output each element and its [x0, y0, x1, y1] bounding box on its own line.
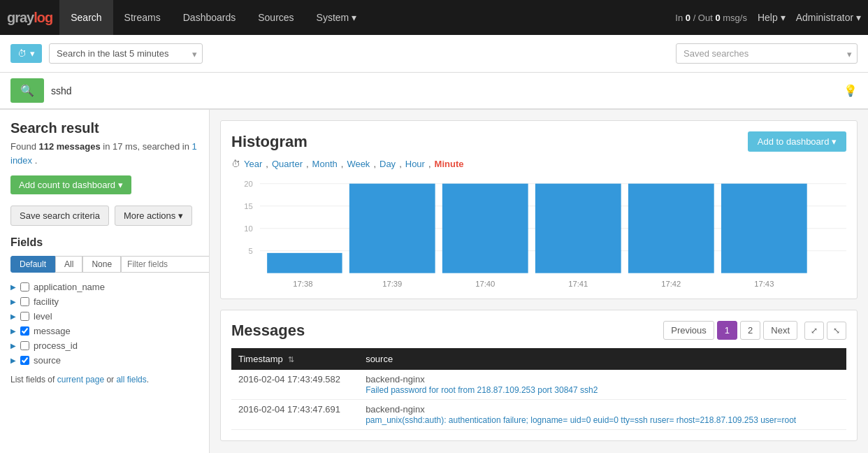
histogram-intervals: ⏱ Year, Quarter, Month, Week, Day, Hour,… — [231, 159, 846, 169]
tab-default[interactable]: Default — [10, 256, 55, 273]
search-icon: 🔍 — [20, 85, 34, 96]
interval-year[interactable]: Year — [244, 159, 262, 169]
checkbox-application_name[interactable] — [20, 282, 29, 292]
checkbox-level[interactable] — [20, 312, 29, 321]
svg-rect-12 — [628, 184, 714, 273]
clock-icon: ⏱ — [17, 48, 27, 59]
svg-text:10: 10 — [244, 224, 253, 233]
field-meta: List fields of current page or all field… — [10, 375, 198, 384]
detail-2: pam_unix(sshd:auth): authentication fail… — [366, 415, 796, 425]
time-select-wrapper: Search in the last 5 minutes — [49, 43, 203, 64]
interval-minute[interactable]: Minute — [435, 159, 464, 169]
source-1: backend-nginx — [366, 374, 425, 384]
field-label-process_id[interactable]: process_id — [34, 340, 78, 351]
field-item-application_name: ▶ application_name — [10, 280, 198, 294]
expand-arrow-facility[interactable]: ▶ — [10, 298, 16, 305]
expand-arrow-level[interactable]: ▶ — [10, 312, 16, 320]
expand-arrow-message[interactable]: ▶ — [10, 327, 16, 335]
logo: graylog — [7, 10, 52, 26]
add-count-button[interactable]: Add count to dashboard ▾ — [10, 175, 131, 194]
saved-searches-wrapper: Saved searches — [676, 43, 858, 64]
collapse-all-button[interactable]: ⤡ — [827, 322, 846, 340]
nav-item-streams[interactable]: Streams — [113, 0, 172, 35]
all-fields-link[interactable]: all fields — [116, 375, 146, 384]
field-filter-input[interactable] — [121, 256, 210, 273]
current-page-link[interactable]: current page — [57, 375, 104, 384]
checkbox-process_id[interactable] — [20, 341, 29, 350]
table-row: 2016-02-04 17:43:47.691 backend-nginx pa… — [231, 400, 846, 430]
fields-tabs: Default All None — [10, 256, 198, 273]
col-timestamp[interactable]: Timestamp ⇅ — [231, 348, 359, 370]
interval-hour[interactable]: Hour — [405, 159, 425, 169]
expand-buttons: ⤢ ⤡ — [804, 322, 846, 340]
table-row: 2016-02-04 17:43:49.582 backend-nginx Fa… — [231, 370, 846, 400]
field-label-message[interactable]: message — [34, 326, 71, 336]
saved-searches-select[interactable]: Saved searches — [676, 43, 858, 64]
interval-week[interactable]: Week — [347, 159, 370, 169]
expand-arrow-process_id[interactable]: ▶ — [10, 342, 16, 350]
histogram-add-dashboard-button[interactable]: Add to dashboard ▾ — [748, 131, 846, 152]
messages-table: Timestamp ⇅ source 2016-02-04 17:43:49.5… — [231, 348, 846, 430]
svg-text:15: 15 — [244, 202, 253, 210]
histogram-header: Histogram Add to dashboard ▾ — [231, 131, 846, 152]
prev-page-button[interactable]: Previous — [663, 321, 714, 340]
next-page-button[interactable]: Next — [763, 321, 797, 340]
expand-all-button[interactable]: ⤢ — [804, 322, 824, 340]
timestamp-2: 2016-02-04 17:43:47.691 — [231, 400, 359, 430]
expand-arrow-application_name[interactable]: ▶ — [10, 283, 16, 291]
time-select[interactable]: Search in the last 5 minutes — [49, 43, 203, 64]
field-item-source: ▶ source — [10, 353, 198, 368]
fields-section: Fields Default All None ▶ application_na… — [10, 236, 198, 384]
navbar: graylog Search Streams Dashboards Source… — [0, 0, 868, 35]
search-hint-icon[interactable]: 💡 — [844, 84, 858, 97]
checkbox-source[interactable] — [20, 356, 29, 365]
clock-icon: ⏱ — [231, 159, 240, 169]
field-label-source[interactable]: source — [34, 355, 61, 366]
main-layout: Search result Found 112 messages in 17 m… — [0, 110, 868, 453]
nav-item-dashboards[interactable]: Dashboards — [172, 0, 247, 35]
histogram-chart: 20 15 10 5 17:38 17:39 — [231, 176, 846, 288]
time-range-button[interactable]: ⏱ ▾ — [10, 44, 42, 63]
histogram-card: Histogram Add to dashboard ▾ ⏱ Year, Qua… — [220, 120, 858, 299]
field-label-facility[interactable]: facility — [34, 296, 59, 307]
nav-item-search[interactable]: Search — [59, 0, 113, 35]
interval-day[interactable]: Day — [379, 159, 396, 169]
messages-title: Messages — [231, 322, 305, 340]
field-label-application_name[interactable]: application_name — [34, 282, 105, 292]
message-1-content: backend-nginx Failed password for root f… — [359, 370, 846, 400]
expand-arrow-source[interactable]: ▶ — [10, 357, 16, 364]
throughput-stat: In 0 / Out 0 msg/s — [675, 13, 747, 23]
interval-quarter[interactable]: Quarter — [272, 159, 303, 169]
checkbox-facility[interactable] — [20, 297, 29, 306]
field-label-level[interactable]: level — [34, 311, 52, 322]
save-search-criteria-button[interactable]: Save search criteria — [10, 206, 109, 226]
field-item-facility: ▶ facility — [10, 294, 198, 309]
tab-all[interactable]: All — [55, 256, 82, 273]
page-1-button[interactable]: 1 — [717, 321, 737, 340]
nav-item-sources[interactable]: Sources — [247, 0, 305, 35]
brand-logo[interactable]: graylog — [7, 10, 52, 26]
main-content: Histogram Add to dashboard ▾ ⏱ Year, Qua… — [210, 110, 868, 453]
help-menu[interactable]: Help ▾ — [758, 12, 786, 23]
histogram-title: Histogram — [231, 133, 308, 151]
messages-card: Messages Previous 1 2 Next ⤢ ⤡ — [220, 310, 858, 441]
page-2-button[interactable]: 2 — [740, 321, 760, 340]
nav-right: In 0 / Out 0 msg/s Help ▾ Administrator … — [675, 12, 861, 23]
more-actions-button[interactable]: More actions ▾ — [115, 206, 192, 226]
result-meta: Found 112 messages in 17 ms, searched in… — [10, 140, 198, 167]
svg-text:17:43: 17:43 — [754, 280, 774, 288]
tab-none[interactable]: None — [82, 256, 121, 273]
interval-month[interactable]: Month — [312, 159, 338, 169]
field-item-message: ▶ message — [10, 324, 198, 338]
search-input[interactable] — [51, 85, 837, 96]
nav-items: Search Streams Dashboards Sources System… — [59, 0, 675, 35]
messages-controls: Previous 1 2 Next ⤢ ⤡ — [663, 321, 846, 340]
detail-1: Failed password for root from 218.87.109… — [366, 385, 598, 395]
svg-text:17:41: 17:41 — [568, 280, 588, 288]
search-button[interactable]: 🔍 — [10, 78, 44, 103]
svg-rect-8 — [267, 253, 342, 273]
nav-item-system[interactable]: System ▾ — [305, 0, 368, 35]
sort-icon-timestamp: ⇅ — [288, 355, 294, 364]
checkbox-message[interactable] — [20, 326, 29, 336]
admin-menu[interactable]: Administrator ▾ — [796, 12, 861, 23]
